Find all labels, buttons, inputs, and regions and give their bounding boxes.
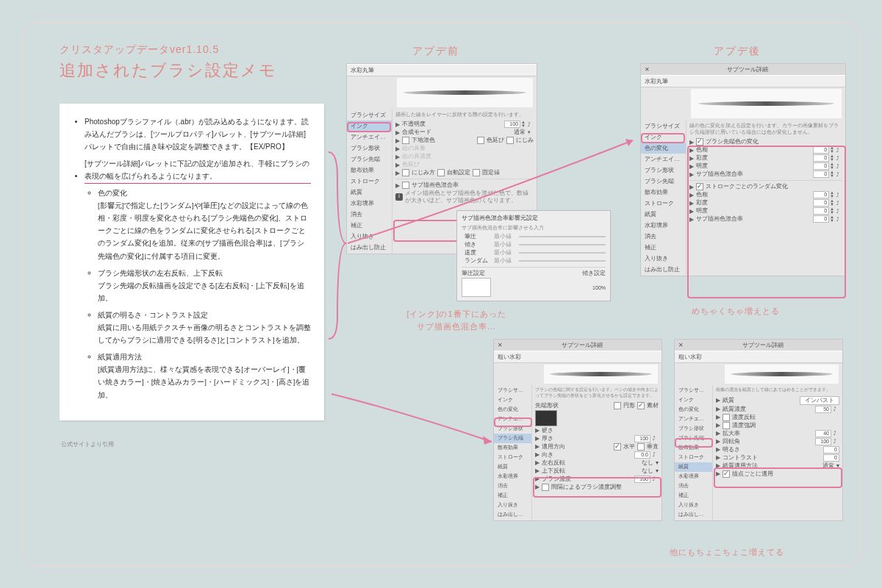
param-row[interactable]: ▶彩度0▲▼⤴: [689, 199, 842, 207]
category-item[interactable]: 補正: [675, 491, 712, 501]
category-item[interactable]: 色の変化: [494, 405, 531, 415]
param-row[interactable]: ▶色相0▲▼⤴: [689, 191, 842, 198]
category-item[interactable]: 水彩境界: [494, 472, 531, 481]
category-item[interactable]: はみ出し防止: [347, 242, 392, 253]
category-item[interactable]: アンチエイリアス: [641, 154, 686, 165]
category-item[interactable]: ブラシ形状: [675, 424, 712, 434]
category-sidebar: ブラシサイズインク色の変化アンチエイリアスブラシ形状ブラシ先端散布効果ストローク…: [641, 120, 686, 276]
param-row[interactable]: ▶明度0▲▼⤴: [689, 162, 842, 170]
category-item[interactable]: 消去: [641, 231, 686, 242]
param-row[interactable]: ▶彩度0▲▼⤴: [689, 154, 842, 162]
category-item[interactable]: ブラシサイズ: [641, 121, 686, 132]
note-subitem: 色の変化[影響元]で指定した[ランダム]や[筆圧]などの設定によって線の色相・彩…: [98, 187, 311, 262]
settings-main: 線の色に変化を加える設定を行います。カラーの画像素材をブラシ先端形状に用いている…: [686, 120, 845, 276]
category-item[interactable]: アンチエイリアス: [494, 415, 531, 424]
close-icon[interactable]: ✕: [645, 66, 650, 73]
category-item[interactable]: アンチエイリアス: [675, 415, 712, 424]
panel-texture: ✕サブツール詳細 粗い水彩 ブラシサイズインク色の変化アンチエイリアスブラシ形状…: [674, 339, 843, 521]
after-label: アプデ後: [714, 45, 761, 58]
category-item[interactable]: 入り抜き: [494, 501, 531, 510]
category-item[interactable]: 水彩境界: [641, 220, 686, 231]
category-item[interactable]: 散布効果: [494, 443, 531, 453]
category-item[interactable]: 散布効果: [675, 443, 712, 453]
category-item[interactable]: ブラシ形状: [494, 424, 531, 434]
category-item[interactable]: 入り抜き: [675, 501, 712, 510]
category-item[interactable]: はみ出し防止: [641, 264, 686, 275]
category-item[interactable]: インク: [347, 121, 392, 132]
title-block: クリスタアップデータver1.10.5 追加されたブラシ設定メモ: [60, 43, 277, 82]
category-item[interactable]: 水彩境界: [675, 472, 712, 481]
category-item[interactable]: 紙質: [347, 187, 392, 198]
category-item[interactable]: ストローク: [347, 176, 392, 187]
category-item[interactable]: インク: [494, 395, 531, 405]
category-item[interactable]: アンチエイリアス: [347, 132, 392, 143]
release-notes: Photoshopブラシファイル（.abr）が読み込めるようになります。読み込ん…: [60, 104, 324, 420]
anno-bottom: 他にもちょこちょこ増えてる: [670, 546, 784, 559]
tool-name: 水彩丸筆: [641, 75, 845, 87]
category-item[interactable]: ストローク: [641, 198, 686, 209]
category-item[interactable]: ブラシサイズ: [347, 110, 392, 121]
category-item[interactable]: 補正: [347, 220, 392, 231]
anno-ink: [インク]の1番下にあった サブ描画色混合率…: [383, 308, 530, 332]
note-subitem: ブラシ先端形状の左右反転、上下反転ブラシ先端の反転描画を設定できる[左右反転]・…: [98, 267, 311, 304]
category-item[interactable]: ブラシ形状: [641, 165, 686, 176]
category-item[interactable]: ストローク: [494, 453, 531, 462]
influence-popup: サブ描画色混合率影響元設定 サブ描画色混合率に影響させる入力 筆圧最小値傾き最小…: [456, 210, 611, 301]
tool-name: 水彩丸筆: [347, 64, 537, 76]
note-bullet: Photoshopブラシファイル（.abr）が読み込めるようになります。読み込ん…: [85, 115, 311, 153]
category-item[interactable]: ブラシサイズ: [494, 386, 531, 395]
category-item[interactable]: 入り抜き: [347, 231, 392, 242]
category-sidebar: ブラシサイズインクアンチエイリアスブラシ形状ブラシ先端散布効果ストローク紙質水彩…: [347, 109, 392, 254]
category-item[interactable]: 水彩境界: [347, 198, 392, 209]
category-item[interactable]: 入り抜き: [641, 253, 686, 264]
category-item[interactable]: インク: [675, 395, 712, 405]
note-bullet: [サブツール詳細]パレットに下記の設定が追加され、手軽にブラシの表現の幅を広げら…: [85, 157, 311, 401]
brush-preview: [397, 78, 533, 107]
category-item[interactable]: ブラシ先端: [641, 176, 686, 187]
svg-marker-1: [483, 436, 492, 445]
category-item[interactable]: 消去: [675, 481, 712, 491]
spark-mark: 〟: [628, 133, 637, 146]
category-item[interactable]: 色の変化: [641, 143, 686, 154]
category-item[interactable]: 補正: [494, 491, 531, 501]
category-item[interactable]: 散布効果: [641, 187, 686, 198]
param-row[interactable]: ▶サブ描画色混合率0▲▼⤴: [689, 215, 842, 223]
param-row[interactable]: ▶サブ描画色混合率0▲▼⤴: [689, 171, 842, 178]
category-item[interactable]: 紙質: [494, 462, 531, 472]
category-item[interactable]: 色の変化: [675, 405, 712, 415]
brush-preview: [691, 89, 842, 118]
note-subitem: 紙質の明るさ・コントラスト設定紙質に用いる用紙テクスチャ画像の明るさとコントラス…: [98, 309, 311, 346]
version-label: クリスタアップデータver1.10.5: [60, 43, 277, 57]
category-item[interactable]: はみ出し防止: [494, 510, 531, 520]
category-item[interactable]: ブラシ先端: [675, 434, 712, 443]
category-item[interactable]: 補正: [641, 242, 686, 253]
category-item[interactable]: インク: [641, 132, 686, 143]
category-item[interactable]: 散布効果: [347, 165, 392, 176]
category-item[interactable]: ブラシ先端: [347, 154, 392, 165]
category-item[interactable]: ブラシ先端: [494, 434, 531, 443]
category-item[interactable]: 紙質: [641, 209, 686, 220]
category-item[interactable]: 消去: [494, 481, 531, 491]
category-item[interactable]: ストローク: [675, 453, 712, 462]
category-item[interactable]: 紙質: [675, 462, 712, 472]
param-row[interactable]: ▶明度0▲▼⤴: [689, 207, 842, 215]
note-subitem: 紙質適用方法[紙質適用方法]に、様々な質感を表現できる[オーバーレイ]・[覆い焼…: [98, 351, 311, 401]
panel-brush-tip: ✕サブツール詳細 粗い水彩 ブラシサイズインク色の変化アンチエイリアスブラシ形状…: [493, 339, 662, 521]
citation: 公式サイトより引用: [61, 440, 114, 448]
param-row[interactable]: ▶色相0▲▼⤴: [689, 146, 842, 154]
category-item[interactable]: 消去: [347, 209, 392, 220]
before-label: アプデ前: [412, 45, 459, 58]
anno-after: めちゃくちゃ増えとる: [692, 305, 780, 318]
panel-after: ✕サブツール詳細 水彩丸筆 ブラシサイズインク色の変化アンチエイリアスブラシ形状…: [640, 63, 846, 276]
category-item[interactable]: はみ出し防止: [675, 510, 712, 520]
category-item[interactable]: ブラシサイズ: [675, 386, 712, 395]
main-title: 追加されたブラシ設定メモ: [60, 60, 277, 82]
category-item[interactable]: ブラシ形状: [347, 143, 392, 154]
